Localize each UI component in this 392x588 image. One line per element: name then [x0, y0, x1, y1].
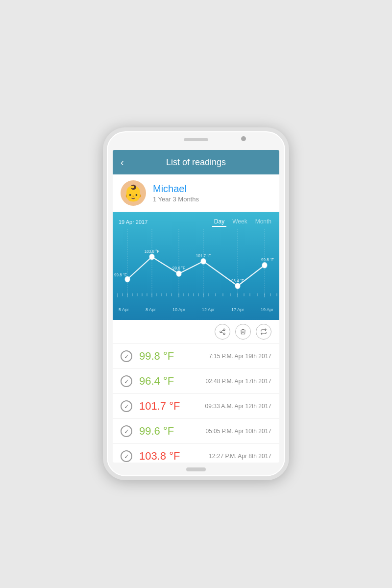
- x-label-5apr: 5 Apr: [119, 307, 129, 312]
- reading-item[interactable]: ✓ 99.8 °F 7:15 P.M. Apr 19th 2017: [113, 344, 279, 369]
- svg-text:99.8 °F: 99.8 °F: [261, 257, 274, 263]
- svg-point-48: [220, 331, 222, 333]
- tab-day[interactable]: Day: [212, 217, 226, 227]
- chart-x-labels: 5 Apr 8 Apr 10 Apr 12 Apr 17 Apr 19 Apr: [113, 307, 279, 312]
- svg-text:99.8 °F: 99.8 °F: [114, 272, 127, 278]
- svg-point-49: [223, 333, 225, 335]
- svg-text:101.7 °F: 101.7 °F: [196, 253, 211, 259]
- reading-datetime: 05:05 P.M. Apr 10th 2017: [205, 428, 271, 435]
- tab-month[interactable]: Month: [253, 217, 273, 227]
- chart-date: 19 Apr 2017: [119, 219, 212, 225]
- x-label-19apr: 19 Apr: [261, 307, 273, 312]
- profile-name: Michael: [153, 183, 199, 195]
- x-label-8apr: 8 Apr: [146, 307, 156, 312]
- reading-checkbox[interactable]: ✓: [121, 400, 132, 412]
- action-bar: [113, 320, 279, 344]
- chart-toolbar: 19 Apr 2017 Day Week Month: [113, 217, 279, 227]
- svg-point-47: [223, 329, 225, 331]
- chart-area: 19 Apr 2017 Day Week Month: [113, 212, 279, 320]
- reading-datetime: 02:48 P.M. Apr 17th 2017: [205, 378, 271, 385]
- reading-temp: 96.4 °F: [139, 375, 183, 388]
- reading-item[interactable]: ✓ 101.7 °F 09:33 A.M. Apr 12th 2017: [113, 394, 279, 419]
- reading-checkbox[interactable]: ✓: [121, 450, 132, 462]
- x-label-17apr: 17 Apr: [231, 307, 244, 312]
- svg-text:99.6 °F: 99.6 °F: [172, 266, 185, 271]
- svg-text:103.8 °F: 103.8 °F: [145, 249, 159, 254]
- reading-item[interactable]: ✓ 96.4 °F 02:48 P.M. Apr 17th 2017: [113, 369, 279, 394]
- reading-temp: 99.8 °F: [139, 350, 183, 363]
- x-label-12apr: 12 Apr: [202, 307, 215, 312]
- svg-point-39: [235, 283, 240, 289]
- phone-camera: [241, 136, 246, 141]
- reading-checkbox[interactable]: ✓: [121, 350, 132, 362]
- reading-checkbox[interactable]: ✓: [121, 375, 132, 387]
- back-button[interactable]: ‹: [121, 157, 124, 168]
- svg-point-37: [176, 271, 181, 276]
- profile-info: Michael 1 Year 3 Months: [153, 183, 199, 203]
- reading-item[interactable]: ✓ 99.6 °F 05:05 P.M. Apr 10th 2017: [113, 419, 279, 444]
- profile-section: 👶 Michael 1 Year 3 Months: [113, 174, 279, 212]
- reading-checkbox[interactable]: ✓: [121, 425, 132, 437]
- reading-datetime: 12:27 P.M. Apr 8th 2017: [209, 453, 271, 460]
- share-button[interactable]: [215, 324, 230, 340]
- svg-point-38: [201, 259, 206, 264]
- tab-week[interactable]: Week: [230, 217, 249, 227]
- profile-age: 1 Year 3 Months: [153, 196, 199, 203]
- phone-speaker: [184, 138, 208, 141]
- reading-temp: 99.6 °F: [139, 425, 183, 438]
- x-label-10apr: 10 Apr: [172, 307, 185, 312]
- svg-line-50: [221, 332, 223, 333]
- phone-frame: ‹ List of readings 👶 Michael 1 Year 3 Mo…: [103, 127, 289, 480]
- header-title: List of readings: [166, 157, 226, 168]
- delete-button[interactable]: [235, 324, 251, 340]
- reading-datetime: 09:33 A.M. Apr 12th 2017: [205, 403, 271, 410]
- avatar: 👶: [121, 180, 146, 206]
- app-screen: ‹ List of readings 👶 Michael 1 Year 3 Mo…: [113, 150, 279, 463]
- app-header: ‹ List of readings: [113, 150, 279, 174]
- temperature-chart: 99.8 °F 103.8 °F 99.6 °F 101.7 °F 96.4 °…: [113, 229, 279, 307]
- phone-side-button: [288, 220, 289, 239]
- chart-tabs: Day Week Month: [212, 217, 273, 227]
- reading-temp: 103.8 °F: [139, 450, 183, 463]
- readings-list: ✓ 99.8 °F 7:15 P.M. Apr 19th 2017 ✓ 96.4…: [113, 344, 279, 463]
- svg-text:96.4 °F: 96.4 °F: [231, 278, 244, 283]
- reading-temp: 101.7 °F: [139, 400, 183, 413]
- svg-line-51: [221, 330, 223, 331]
- reading-item[interactable]: ✓ 103.8 °F 12:27 P.M. Apr 8th 2017: [113, 444, 279, 463]
- sort-button[interactable]: [256, 324, 271, 340]
- svg-point-36: [149, 254, 154, 259]
- svg-point-40: [262, 263, 267, 268]
- phone-wrapper: ‹ List of readings 👶 Michael 1 Year 3 Mo…: [103, 127, 289, 480]
- reading-datetime: 7:15 P.M. Apr 19th 2017: [209, 353, 271, 360]
- phone-home-button[interactable]: [186, 467, 206, 471]
